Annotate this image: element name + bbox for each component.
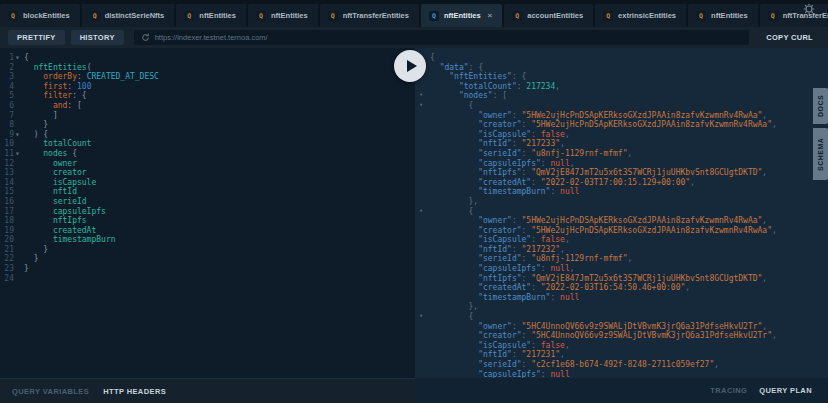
variables-headers-bar: QUERY VARIABLES HTTP HEADERS [0,378,415,403]
query-line: createdAt [24,226,159,236]
response-line: "isCapsule": false, [430,235,824,245]
query-line: orderBy: CREATED_AT_DESC [24,72,159,82]
toolbar: PRETTIFY HISTORY https://indexer.testnet… [0,27,828,48]
query-line: nftId [24,187,159,197]
response-line: "nftId": "217232", [430,245,824,255]
line-number: 23 [0,264,14,274]
line-number: 3 [0,72,14,82]
tab-blockEntities[interactable]: QblockEntities [0,4,80,27]
endpoint-url: https://indexer.testnet.ternoa.com/ [155,33,268,42]
settings-gear-icon[interactable] [803,1,815,19]
response-line: ▾ { [430,207,824,217]
tab-label: nftEntities [271,11,308,20]
response-line: "capsuleIpfs": null, [430,264,824,274]
response-line: "owner": "5HC4UnnoQV66v9z9SWALjDtVBvmK3j… [430,322,824,332]
tab-nftEntities[interactable]: QnftEntities [176,4,246,27]
response-line: "serieId": "u8nfj-1129rnf-mfmf", [430,254,824,264]
query-line: nodes { [24,149,159,159]
line-number: 13 [0,168,14,178]
execute-query-button[interactable] [394,50,426,82]
response-line: "serieId": "c2cf1e68-b674-492f-8248-2711… [430,360,824,370]
response-line: "createdAt": "2022-02-03T17:00:15.129+00… [430,178,824,188]
query-line: } [24,120,159,130]
tab-bar: QblockEntitiesQdistinctSerieNftsQnftEnti… [0,0,828,27]
tab-accountEntities[interactable]: QaccountEntities [504,4,593,27]
tab-label: nftEntities [711,11,748,20]
query-line: creator [24,168,159,178]
response-line: "creator": "5HWe2ujHcPnDSApKERksoGXzdJPA… [430,120,824,130]
bottom-bar: QUERY VARIABLES HTTP HEADERS TRACING QUE… [0,378,828,403]
response-line: "createdAt": "2022-02-03T16:54:50.46+00:… [430,283,824,293]
line-number: 4 [0,82,14,92]
fold-arrow-icon[interactable]: ▾ [419,101,423,111]
tab-label: accountEntities [527,11,583,20]
tab-nftEntities[interactable]: QnftEntities [688,4,758,27]
response-line: "nftId": "217231", [430,350,824,360]
response-line: "capsuleIpfs": null [430,370,824,378]
line-number: 19 [0,226,14,236]
query-tab-icon: Q [768,11,778,21]
query-line: owner [24,159,159,169]
query-line: filter: { [24,91,159,101]
query-tab-icon: Q [184,11,194,21]
response-line: ▾ "nodes": [ [430,91,824,101]
query-tab-icon: Q [8,11,18,21]
query-line: { [24,53,159,63]
query-line: and: [ [24,101,159,111]
line-number-gutter: 1▾23456789▾1011▾121314151617181920212223… [0,53,14,378]
query-tab-icon: Q [429,11,439,21]
history-button[interactable]: HISTORY [71,30,124,45]
response-line: "owner": "5HWe2ujHcPnDSApKERksoGXzdJPAAi… [430,216,824,226]
response-line: "timestampBurn": null [430,293,824,303]
response-line: "isCapsule": false, [430,341,824,351]
line-number: 5 [0,91,14,101]
fold-arrow-icon[interactable]: ▾ [15,149,20,159]
query-plan-tab[interactable]: QUERY PLAN [759,386,812,395]
tab-nftEntities[interactable]: QnftEntities× [421,4,502,27]
tab-label: nftTransferEntities [343,11,409,20]
tab-label: extrinsicEntities [618,11,676,20]
query-tab-icon: Q [512,11,522,21]
line-number: 2 [0,63,14,73]
line-number: 24 [0,274,14,284]
fold-arrow-icon[interactable]: ▾ [419,91,423,101]
response-line: ▾ "nftEntities": { [430,72,824,82]
fold-arrow-icon[interactable]: ▾ [419,207,423,217]
response-line: ▾ { [430,312,824,322]
query-editor[interactable]: 1▾23456789▾1011▾121314151617181920212223… [0,48,415,378]
response-line: "nftIpfs": "QmV2jE847JmT2u5x6t3S7WCRj1ju… [430,168,824,178]
tab-extrinsicEntities[interactable]: QextrinsicEntities [595,4,686,27]
query-code: { nftEntities( orderBy: CREATED_AT_DESC … [24,53,159,378]
fold-arrow-icon[interactable]: ▾ [419,312,423,322]
http-headers-tab[interactable]: HTTP HEADERS [103,387,166,396]
workspace: 1▾23456789▾1011▾121314151617181920212223… [0,48,828,378]
tracing-tab[interactable]: TRACING [710,386,747,395]
tab-nftEntities[interactable]: QnftEntities [248,4,318,27]
tab-nftTransferEntities[interactable]: QnftTransferEntities [320,4,419,27]
query-line: nftIpfs [24,216,159,226]
line-number: 15 [0,187,14,197]
response-line: "nftIpfs": "QmV2jE847JmT2u5x6t3S7WCRj1ju… [430,274,824,284]
query-tab-icon: Q [328,11,338,21]
endpoint-url-input[interactable]: https://indexer.testnet.ternoa.com/ [134,30,750,45]
tab-nftTransferEntities[interactable]: QnftTransferEntities [760,4,828,27]
fold-arrow-icon[interactable]: ▾ [15,130,20,140]
response-line: }, [430,302,824,312]
tab-label: blockEntities [23,11,70,20]
query-line: ] [24,111,159,121]
tab-distinctSerieNfts[interactable]: QdistinctSerieNfts [82,4,175,27]
query-tab-icon: Q [90,11,100,21]
copy-curl-button[interactable]: COPY CURL [759,30,820,45]
query-tab-icon: Q [696,11,706,21]
schema-side-tab[interactable]: SCHEMA [813,128,828,180]
prettify-button[interactable]: PRETTIFY [8,30,65,45]
tab-close-icon[interactable]: × [488,11,493,20]
line-number: 11▾ [0,149,14,159]
response-line: "nftId": "217233", [430,139,824,149]
tab-label: distinctSerieNfts [105,11,165,20]
query-variables-tab[interactable]: QUERY VARIABLES [12,387,89,396]
fold-arrow-icon[interactable]: ▾ [15,53,20,63]
query-line: serieId [24,197,159,207]
line-number: 7 [0,111,14,121]
docs-side-tab[interactable]: DOCS [813,88,828,124]
